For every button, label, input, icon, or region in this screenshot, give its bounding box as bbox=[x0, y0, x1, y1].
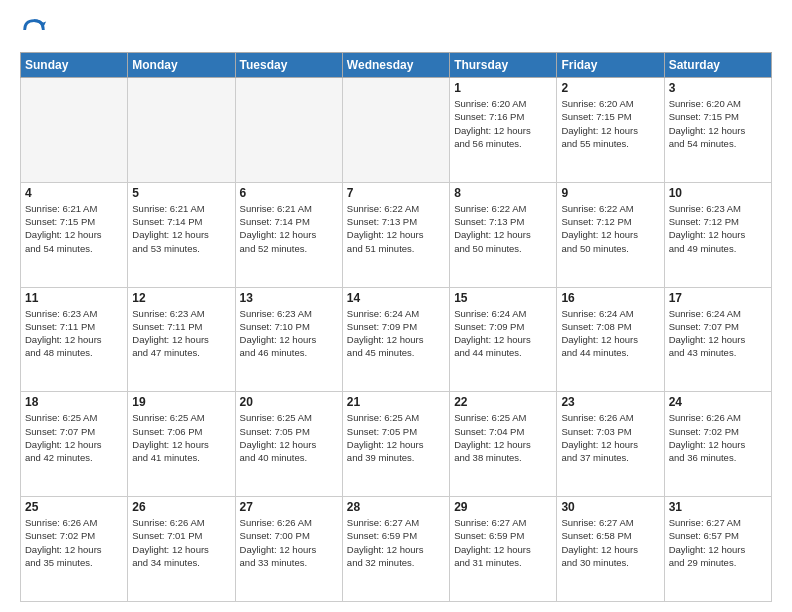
day-info: Sunrise: 6:27 AM Sunset: 6:59 PM Dayligh… bbox=[454, 516, 552, 569]
header bbox=[20, 16, 772, 44]
day-number: 12 bbox=[132, 291, 230, 305]
day-number: 14 bbox=[347, 291, 445, 305]
day-number: 28 bbox=[347, 500, 445, 514]
day-info: Sunrise: 6:21 AM Sunset: 7:14 PM Dayligh… bbox=[240, 202, 338, 255]
weekday-header-monday: Monday bbox=[128, 53, 235, 78]
day-info: Sunrise: 6:21 AM Sunset: 7:14 PM Dayligh… bbox=[132, 202, 230, 255]
day-info: Sunrise: 6:22 AM Sunset: 7:12 PM Dayligh… bbox=[561, 202, 659, 255]
calendar-cell: 10Sunrise: 6:23 AM Sunset: 7:12 PM Dayli… bbox=[664, 182, 771, 287]
calendar-cell: 15Sunrise: 6:24 AM Sunset: 7:09 PM Dayli… bbox=[450, 287, 557, 392]
day-info: Sunrise: 6:23 AM Sunset: 7:11 PM Dayligh… bbox=[25, 307, 123, 360]
day-info: Sunrise: 6:25 AM Sunset: 7:06 PM Dayligh… bbox=[132, 411, 230, 464]
week-row-1: 1Sunrise: 6:20 AM Sunset: 7:16 PM Daylig… bbox=[21, 78, 772, 183]
calendar-cell bbox=[235, 78, 342, 183]
day-number: 20 bbox=[240, 395, 338, 409]
weekday-header-sunday: Sunday bbox=[21, 53, 128, 78]
calendar-table: SundayMondayTuesdayWednesdayThursdayFrid… bbox=[20, 52, 772, 602]
day-info: Sunrise: 6:25 AM Sunset: 7:05 PM Dayligh… bbox=[347, 411, 445, 464]
calendar-cell: 22Sunrise: 6:25 AM Sunset: 7:04 PM Dayli… bbox=[450, 392, 557, 497]
calendar-cell: 23Sunrise: 6:26 AM Sunset: 7:03 PM Dayli… bbox=[557, 392, 664, 497]
day-info: Sunrise: 6:22 AM Sunset: 7:13 PM Dayligh… bbox=[347, 202, 445, 255]
day-number: 29 bbox=[454, 500, 552, 514]
logo bbox=[20, 16, 52, 44]
day-number: 19 bbox=[132, 395, 230, 409]
week-row-5: 25Sunrise: 6:26 AM Sunset: 7:02 PM Dayli… bbox=[21, 497, 772, 602]
page: SundayMondayTuesdayWednesdayThursdayFrid… bbox=[0, 0, 792, 612]
calendar-cell: 13Sunrise: 6:23 AM Sunset: 7:10 PM Dayli… bbox=[235, 287, 342, 392]
day-info: Sunrise: 6:25 AM Sunset: 7:04 PM Dayligh… bbox=[454, 411, 552, 464]
day-number: 21 bbox=[347, 395, 445, 409]
day-number: 16 bbox=[561, 291, 659, 305]
day-info: Sunrise: 6:26 AM Sunset: 7:01 PM Dayligh… bbox=[132, 516, 230, 569]
calendar-cell: 3Sunrise: 6:20 AM Sunset: 7:15 PM Daylig… bbox=[664, 78, 771, 183]
calendar-cell: 8Sunrise: 6:22 AM Sunset: 7:13 PM Daylig… bbox=[450, 182, 557, 287]
day-number: 11 bbox=[25, 291, 123, 305]
day-info: Sunrise: 6:25 AM Sunset: 7:05 PM Dayligh… bbox=[240, 411, 338, 464]
calendar-cell: 20Sunrise: 6:25 AM Sunset: 7:05 PM Dayli… bbox=[235, 392, 342, 497]
week-row-2: 4Sunrise: 6:21 AM Sunset: 7:15 PM Daylig… bbox=[21, 182, 772, 287]
calendar-cell: 28Sunrise: 6:27 AM Sunset: 6:59 PM Dayli… bbox=[342, 497, 449, 602]
day-number: 8 bbox=[454, 186, 552, 200]
day-info: Sunrise: 6:20 AM Sunset: 7:15 PM Dayligh… bbox=[669, 97, 767, 150]
calendar-cell bbox=[128, 78, 235, 183]
day-info: Sunrise: 6:20 AM Sunset: 7:15 PM Dayligh… bbox=[561, 97, 659, 150]
calendar-cell: 26Sunrise: 6:26 AM Sunset: 7:01 PM Dayli… bbox=[128, 497, 235, 602]
calendar-cell: 16Sunrise: 6:24 AM Sunset: 7:08 PM Dayli… bbox=[557, 287, 664, 392]
day-info: Sunrise: 6:21 AM Sunset: 7:15 PM Dayligh… bbox=[25, 202, 123, 255]
calendar-cell: 27Sunrise: 6:26 AM Sunset: 7:00 PM Dayli… bbox=[235, 497, 342, 602]
calendar-cell: 7Sunrise: 6:22 AM Sunset: 7:13 PM Daylig… bbox=[342, 182, 449, 287]
day-info: Sunrise: 6:20 AM Sunset: 7:16 PM Dayligh… bbox=[454, 97, 552, 150]
day-info: Sunrise: 6:24 AM Sunset: 7:08 PM Dayligh… bbox=[561, 307, 659, 360]
day-number: 27 bbox=[240, 500, 338, 514]
day-number: 17 bbox=[669, 291, 767, 305]
day-number: 4 bbox=[25, 186, 123, 200]
day-number: 13 bbox=[240, 291, 338, 305]
day-number: 18 bbox=[25, 395, 123, 409]
day-number: 5 bbox=[132, 186, 230, 200]
day-info: Sunrise: 6:25 AM Sunset: 7:07 PM Dayligh… bbox=[25, 411, 123, 464]
day-info: Sunrise: 6:23 AM Sunset: 7:11 PM Dayligh… bbox=[132, 307, 230, 360]
weekday-header-friday: Friday bbox=[557, 53, 664, 78]
day-number: 1 bbox=[454, 81, 552, 95]
calendar-cell: 4Sunrise: 6:21 AM Sunset: 7:15 PM Daylig… bbox=[21, 182, 128, 287]
weekday-header-saturday: Saturday bbox=[664, 53, 771, 78]
calendar-cell: 2Sunrise: 6:20 AM Sunset: 7:15 PM Daylig… bbox=[557, 78, 664, 183]
logo-icon bbox=[20, 16, 48, 44]
day-number: 2 bbox=[561, 81, 659, 95]
day-number: 9 bbox=[561, 186, 659, 200]
day-info: Sunrise: 6:27 AM Sunset: 6:58 PM Dayligh… bbox=[561, 516, 659, 569]
day-number: 26 bbox=[132, 500, 230, 514]
weekday-header-wednesday: Wednesday bbox=[342, 53, 449, 78]
calendar-cell: 17Sunrise: 6:24 AM Sunset: 7:07 PM Dayli… bbox=[664, 287, 771, 392]
day-number: 30 bbox=[561, 500, 659, 514]
day-info: Sunrise: 6:26 AM Sunset: 7:02 PM Dayligh… bbox=[25, 516, 123, 569]
day-info: Sunrise: 6:24 AM Sunset: 7:07 PM Dayligh… bbox=[669, 307, 767, 360]
day-info: Sunrise: 6:23 AM Sunset: 7:10 PM Dayligh… bbox=[240, 307, 338, 360]
day-info: Sunrise: 6:22 AM Sunset: 7:13 PM Dayligh… bbox=[454, 202, 552, 255]
day-info: Sunrise: 6:26 AM Sunset: 7:02 PM Dayligh… bbox=[669, 411, 767, 464]
calendar-cell: 25Sunrise: 6:26 AM Sunset: 7:02 PM Dayli… bbox=[21, 497, 128, 602]
calendar-cell: 12Sunrise: 6:23 AM Sunset: 7:11 PM Dayli… bbox=[128, 287, 235, 392]
weekday-header-row: SundayMondayTuesdayWednesdayThursdayFrid… bbox=[21, 53, 772, 78]
day-number: 25 bbox=[25, 500, 123, 514]
calendar-cell: 9Sunrise: 6:22 AM Sunset: 7:12 PM Daylig… bbox=[557, 182, 664, 287]
day-number: 3 bbox=[669, 81, 767, 95]
calendar-cell bbox=[342, 78, 449, 183]
calendar-cell: 5Sunrise: 6:21 AM Sunset: 7:14 PM Daylig… bbox=[128, 182, 235, 287]
calendar-cell bbox=[21, 78, 128, 183]
day-number: 23 bbox=[561, 395, 659, 409]
day-info: Sunrise: 6:27 AM Sunset: 6:57 PM Dayligh… bbox=[669, 516, 767, 569]
calendar-cell: 24Sunrise: 6:26 AM Sunset: 7:02 PM Dayli… bbox=[664, 392, 771, 497]
day-number: 6 bbox=[240, 186, 338, 200]
calendar-cell: 19Sunrise: 6:25 AM Sunset: 7:06 PM Dayli… bbox=[128, 392, 235, 497]
day-info: Sunrise: 6:26 AM Sunset: 7:00 PM Dayligh… bbox=[240, 516, 338, 569]
calendar-cell: 30Sunrise: 6:27 AM Sunset: 6:58 PM Dayli… bbox=[557, 497, 664, 602]
calendar-cell: 1Sunrise: 6:20 AM Sunset: 7:16 PM Daylig… bbox=[450, 78, 557, 183]
day-number: 15 bbox=[454, 291, 552, 305]
day-info: Sunrise: 6:27 AM Sunset: 6:59 PM Dayligh… bbox=[347, 516, 445, 569]
calendar-cell: 11Sunrise: 6:23 AM Sunset: 7:11 PM Dayli… bbox=[21, 287, 128, 392]
calendar-cell: 6Sunrise: 6:21 AM Sunset: 7:14 PM Daylig… bbox=[235, 182, 342, 287]
day-number: 7 bbox=[347, 186, 445, 200]
day-info: Sunrise: 6:24 AM Sunset: 7:09 PM Dayligh… bbox=[454, 307, 552, 360]
weekday-header-thursday: Thursday bbox=[450, 53, 557, 78]
